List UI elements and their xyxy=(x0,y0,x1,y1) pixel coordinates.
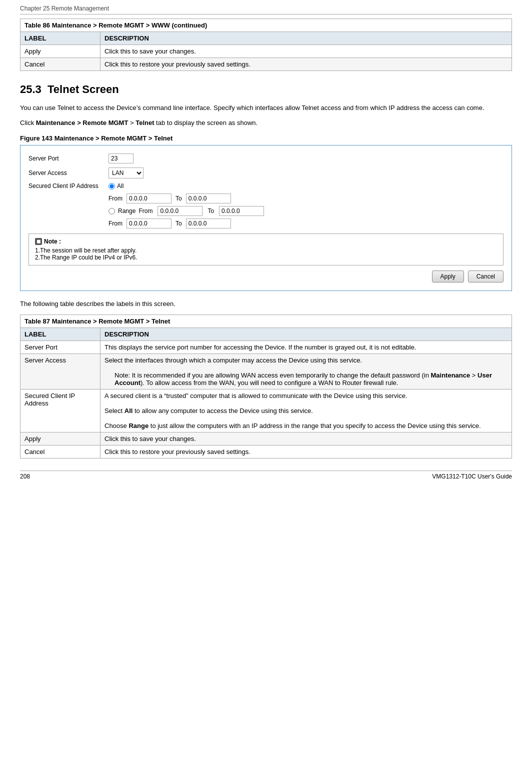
table-87: Table 87 Maintenance > Remote MGMT > Tel… xyxy=(20,314,512,458)
ip-range2-from-input[interactable] xyxy=(126,218,172,228)
table-cell-label: Server Access xyxy=(20,354,100,390)
table-86-col-desc: DESCRIPTION xyxy=(100,32,512,45)
table-cell-label: Server Port xyxy=(20,341,100,354)
secured-client-row: Secured Client IP Address All xyxy=(28,182,504,190)
table-cell-desc: Click this to save your changes. xyxy=(100,45,512,58)
server-access-label: Server Access xyxy=(28,170,108,176)
server-access-row: Server Access LAN WAN ALL xyxy=(28,168,504,178)
table-cell-label: Secured Client IP Address xyxy=(20,390,100,432)
table-row: Secured Client IP AddressA secured clien… xyxy=(20,390,512,432)
table-87-caption: Table 87 Maintenance > Remote MGMT > Tel… xyxy=(20,315,512,328)
note-line-2: 2.The Range IP could be IPv4 or IPv6. xyxy=(35,254,497,261)
table-cell-desc: This displays the service port number fo… xyxy=(100,341,512,354)
ip-range1-to-input[interactable] xyxy=(219,206,264,216)
page-footer: 208 VMG1312-T10C User's Guide xyxy=(20,470,512,480)
figure-caption: Figure 143 Maintenance > Remote MGMT > T… xyxy=(20,134,512,142)
table-row: Server PortThis displays the service por… xyxy=(20,341,512,354)
note-box: ◼ Note : 1.The session will be reset aft… xyxy=(28,234,504,266)
note-title: ◼ Note : xyxy=(35,238,497,245)
secured-client-label: Secured Client IP Address xyxy=(28,182,108,190)
radio-all[interactable] xyxy=(108,183,115,190)
section-body1: You can use Telnet to access the Device’… xyxy=(20,103,512,113)
apply-button[interactable]: Apply xyxy=(432,270,464,282)
radio-all-label: All xyxy=(117,182,124,190)
table-row: CancelClick this to restore your previou… xyxy=(20,58,512,71)
note-icon: ◼ xyxy=(35,238,42,245)
ip-all-from-input[interactable] xyxy=(126,194,172,204)
chapter-header: Chapter 25 Remote Management xyxy=(20,5,512,14)
section-number: 25.3 xyxy=(20,83,42,96)
from-label-all: From xyxy=(108,195,122,202)
radio-range-label: Range xyxy=(118,208,136,214)
to-label-range1: To xyxy=(208,208,214,214)
button-row: Apply Cancel xyxy=(28,270,504,282)
server-access-select[interactable]: LAN WAN ALL xyxy=(108,168,144,178)
server-port-input[interactable] xyxy=(108,154,134,164)
section-heading: 25.3 Telnet Screen xyxy=(20,83,512,96)
cancel-button[interactable]: Cancel xyxy=(468,270,504,282)
table-row: Server AccessSelect the interfaces throu… xyxy=(20,354,512,390)
server-port-label: Server Port xyxy=(28,155,108,162)
to-label-all: To xyxy=(176,195,182,202)
from-label-range2: From xyxy=(108,220,122,227)
to-label-range2: To xyxy=(176,220,182,227)
ip-range1-from-input[interactable] xyxy=(158,206,202,216)
table-cell-label: Apply xyxy=(20,432,100,446)
following-text: The following table describes the labels… xyxy=(20,300,512,308)
radio-range-row: Range From To xyxy=(108,206,504,216)
note-line-1: 1.The session will be reset after apply. xyxy=(35,247,497,254)
figure-box: Server Port Server Access LAN WAN ALL Se… xyxy=(20,145,512,291)
ip-all-to-input[interactable] xyxy=(186,194,231,204)
radio-range[interactable] xyxy=(108,208,115,214)
footer-text: VMG1312-T10C User's Guide xyxy=(432,473,512,480)
server-port-row: Server Port xyxy=(28,154,504,164)
table-87-col-desc: DESCRIPTION xyxy=(100,328,512,341)
table-86-col-label: LABEL xyxy=(20,32,100,45)
table-cell-label: Cancel xyxy=(20,446,100,458)
ip-range2-row: From To xyxy=(108,218,504,228)
section-title: Telnet Screen xyxy=(48,83,119,96)
table-row: ApplyClick this to save your changes. xyxy=(20,45,512,58)
table-87-col-label: LABEL xyxy=(20,328,100,341)
page-number: 208 xyxy=(20,473,30,480)
table-cell-label: Cancel xyxy=(20,58,100,71)
table-cell-desc: Select the interfaces through which a co… xyxy=(100,354,512,390)
table-row: ApplyClick this to save your changes. xyxy=(20,432,512,446)
table-cell-label: Apply xyxy=(20,45,100,58)
table-cell-desc: A secured client is a “trusted” computer… xyxy=(100,390,512,432)
table-cell-desc: Click this to restore your previously sa… xyxy=(100,58,512,71)
table-cell-desc: Click this to restore your previously sa… xyxy=(100,446,512,458)
section-instruction: Click Maintenance > Remote MGMT > Telnet… xyxy=(20,118,512,128)
table-86-caption: Table 86 Maintenance > Remote MGMT > WWW… xyxy=(20,19,512,32)
ip-all-row: From To xyxy=(108,194,504,204)
table-86: Table 86 Maintenance > Remote MGMT > WWW… xyxy=(20,18,512,71)
from-label-range1: From xyxy=(138,208,152,214)
ip-range2-to-input[interactable] xyxy=(186,218,231,228)
chapter-title: Chapter 25 Remote Management xyxy=(20,5,109,12)
table-cell-desc: Click this to save your changes. xyxy=(100,432,512,446)
table-row: CancelClick this to restore your previou… xyxy=(20,446,512,458)
